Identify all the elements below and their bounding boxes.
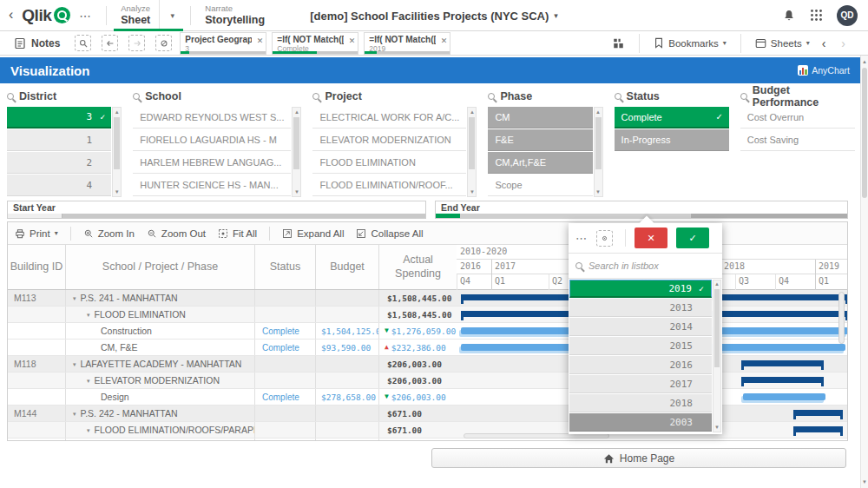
fit-all-button[interactable]: Fit All bbox=[218, 228, 257, 239]
chip-close-icon[interactable]: ✕ bbox=[349, 36, 356, 45]
listbox-item[interactable]: 4 bbox=[7, 175, 111, 196]
filter-header[interactable]: Status bbox=[615, 86, 729, 107]
more-menu-icon[interactable]: ⋯ bbox=[79, 9, 92, 23]
popup-year-item[interactable]: 2017 bbox=[569, 375, 712, 393]
listbox-item[interactable]: HARLEM HEBREW LANGUAG... bbox=[133, 152, 291, 174]
notes-button[interactable]: Notes bbox=[7, 37, 67, 49]
sheet-dropdown[interactable]: ▾ bbox=[159, 0, 185, 31]
filter-header[interactable]: Phase bbox=[488, 86, 602, 107]
chip-close-icon[interactable]: ✕ bbox=[441, 36, 448, 45]
listbox-item[interactable]: Cost Overrun bbox=[740, 107, 855, 129]
listbox-item[interactable]: 2 bbox=[7, 152, 111, 174]
popup-year-item[interactable]: 2016 bbox=[569, 356, 712, 374]
cell-name[interactable]: LAFAYETTE ACADEMY - MANHATTAN bbox=[66, 356, 255, 372]
gantt-bar[interactable] bbox=[741, 377, 824, 383]
popup-year-item[interactable]: 2014 bbox=[569, 318, 712, 336]
cell-name[interactable]: Construction bbox=[66, 323, 255, 339]
start-year-thumb[interactable] bbox=[8, 214, 62, 218]
cell-name[interactable]: P.S. 242 - MANHATTAN bbox=[66, 406, 255, 421]
popup-cancel-button[interactable]: ✕ bbox=[635, 228, 667, 248]
listbox-item[interactable]: ELECTRICAL WORK FOR A/C... bbox=[312, 107, 466, 129]
prev-sheet-icon[interactable]: ‹ bbox=[819, 36, 830, 50]
page-scrollbar[interactable]: ▲▼ bbox=[860, 56, 868, 488]
popup-year-item[interactable]: 2018 bbox=[569, 394, 712, 412]
selection-chip[interactable]: =If( NOT Match([Proj... Complete ✕ bbox=[272, 32, 358, 55]
smart-search-icon[interactable] bbox=[75, 35, 91, 51]
sheets-button[interactable]: Sheets ▾ bbox=[755, 38, 810, 49]
selection-chip[interactable]: Project Geographic D... 3 ✕ bbox=[180, 32, 266, 55]
clear-selections-icon[interactable] bbox=[155, 35, 172, 51]
listbox-item[interactable]: 3 bbox=[7, 107, 111, 129]
tab-analyze-sheet[interactable]: Analyze Sheet ▾ bbox=[112, 0, 185, 31]
avatar[interactable]: QD bbox=[837, 5, 858, 26]
end-year-thumb[interactable] bbox=[691, 214, 847, 218]
listbox-item[interactable]: CM,Art,F&E bbox=[488, 152, 592, 174]
popup-confirm-button[interactable]: ✓ bbox=[676, 228, 709, 248]
listbox-scrollbar[interactable]: ▲▼ bbox=[112, 107, 122, 197]
cell-name[interactable]: Scope bbox=[66, 439, 255, 441]
print-button[interactable]: Print▾ bbox=[15, 228, 58, 239]
home-page-button[interactable]: Home Page bbox=[431, 448, 846, 468]
listbox-item[interactable]: HUNTER SCIENCE HS - MAN... bbox=[133, 175, 291, 196]
filter-header[interactable]: Project bbox=[312, 86, 477, 107]
expand-all-button[interactable]: Expand All bbox=[282, 228, 344, 239]
collapse-all-button[interactable]: Collapse All bbox=[356, 228, 423, 239]
listbox-item[interactable]: CM bbox=[488, 107, 592, 129]
filter-header[interactable]: School bbox=[133, 86, 301, 107]
cell-name[interactable]: Design bbox=[66, 389, 255, 405]
step-back-icon[interactable] bbox=[102, 35, 118, 51]
zoom-in-button[interactable]: Zoom In bbox=[83, 228, 135, 239]
tab-narrate-storytelling[interactable]: Narrate Storytelling bbox=[196, 0, 273, 31]
step-forward-icon[interactable] bbox=[128, 35, 145, 51]
cell-name[interactable]: FLOOD ELIMINATION bbox=[66, 307, 255, 322]
app-grid-icon[interactable] bbox=[810, 9, 823, 22]
popup-year-item[interactable]: 2003 bbox=[569, 413, 712, 432]
listbox-item[interactable]: 1 bbox=[7, 129, 111, 151]
popup-year-item[interactable]: 2013 bbox=[569, 299, 712, 317]
selection-chip[interactable]: =If( NOT Match([Proj... 2019 ✕ bbox=[364, 32, 450, 55]
listbox-scrollbar[interactable]: ▲▼ bbox=[292, 107, 301, 197]
listbox-item[interactable]: Cost Saving bbox=[740, 129, 855, 151]
popup-year-item[interactable]: 2015 bbox=[569, 337, 712, 355]
gantt-bar[interactable] bbox=[743, 393, 825, 400]
app-objects-icon[interactable] bbox=[612, 37, 625, 49]
filter-header[interactable]: District bbox=[7, 86, 122, 107]
qlik-logo[interactable]: Qlik bbox=[22, 6, 70, 25]
popup-scrollbar[interactable]: ▲▼ bbox=[713, 280, 721, 432]
chip-close-icon[interactable]: ✕ bbox=[257, 36, 264, 45]
cell-name[interactable]: P.S. 241 - MANHATTAN bbox=[66, 290, 255, 306]
listbox-item[interactable]: FIORELLO LAGUARDIA HS - M bbox=[133, 129, 291, 151]
filter-header[interactable]: Budget Performance bbox=[740, 86, 855, 107]
listbox-item[interactable]: ELEVATOR MODERNIZATION bbox=[312, 129, 466, 151]
gantt-bar[interactable] bbox=[741, 360, 824, 366]
bookmarks-button[interactable]: Bookmarks ▾ bbox=[654, 37, 727, 49]
gantt-vertical-scrollbar[interactable] bbox=[838, 292, 845, 344]
popup-search[interactable] bbox=[569, 253, 722, 279]
listbox-item[interactable]: FLOOD ELIMINATION bbox=[312, 152, 466, 174]
gantt-bar[interactable] bbox=[793, 426, 843, 432]
back-icon[interactable]: ‹ bbox=[0, 7, 22, 24]
listbox-item[interactable]: Scope bbox=[488, 175, 592, 196]
listbox-item[interactable]: EDWARD REYNOLDS WEST S... bbox=[133, 107, 291, 129]
listbox-scrollbar[interactable]: ▲▼ bbox=[594, 107, 603, 197]
listbox-item[interactable]: FLOOD ELIMINATION/ROOF... bbox=[312, 175, 466, 196]
cell-name[interactable]: ELEVATOR MODERNIZATION bbox=[66, 373, 255, 388]
listbox-item[interactable]: F&E bbox=[488, 129, 592, 151]
cell-name[interactable]: FLOOD ELIMINATION/ROOFS/PARAPETS/EXT M bbox=[66, 422, 255, 438]
listbox-item[interactable]: Complete bbox=[615, 107, 729, 129]
gantt-bar[interactable] bbox=[793, 410, 843, 416]
start-year-slider[interactable]: Start Year bbox=[7, 201, 426, 219]
popup-year-item[interactable]: 2019 bbox=[569, 280, 712, 298]
cell-name[interactable]: CM, F&E bbox=[66, 340, 255, 355]
popup-selection-tool-icon[interactable] bbox=[596, 230, 613, 247]
next-sheet-icon[interactable]: › bbox=[838, 36, 849, 50]
end-year-slider[interactable]: End Year bbox=[435, 201, 848, 219]
popup-more-icon[interactable]: ⋯ bbox=[575, 232, 588, 245]
popup-search-input[interactable] bbox=[589, 260, 693, 271]
gantt-row[interactable]: Scope Complete $44,127.00 $671.00 bbox=[8, 439, 847, 441]
listbox-scrollbar[interactable]: ▲▼ bbox=[467, 107, 477, 197]
anychart-credit[interactable]: AnyChart bbox=[798, 65, 850, 76]
zoom-out-button[interactable]: Zoom Out bbox=[147, 228, 206, 239]
notifications-bell-icon[interactable] bbox=[782, 9, 796, 23]
listbox-item[interactable]: In-Progress bbox=[615, 129, 729, 151]
